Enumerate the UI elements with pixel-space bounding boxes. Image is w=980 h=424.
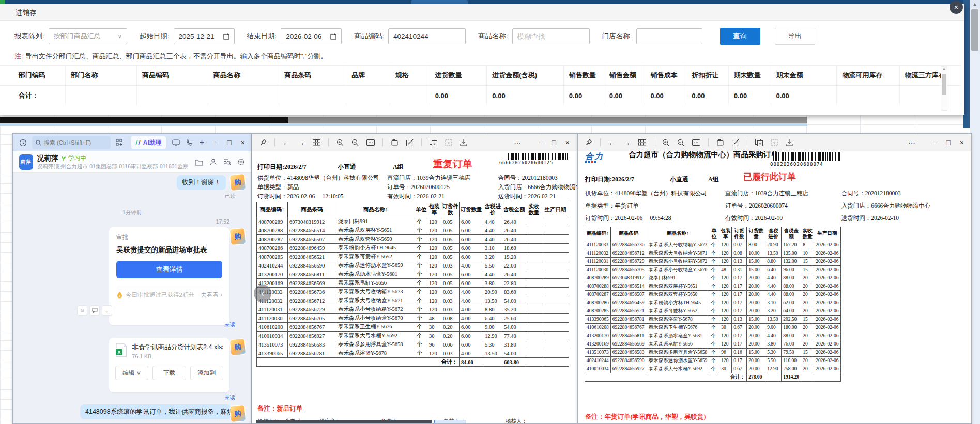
rotate-icon[interactable] <box>391 139 399 146</box>
table-cell: 31.80 <box>502 340 526 349</box>
maximize-button[interactable]: □ <box>552 138 556 147</box>
minimize-button[interactable]: − <box>538 138 542 147</box>
total-cell <box>814 373 840 381</box>
chat-search-input[interactable] <box>44 139 106 146</box>
phone-icon[interactable] <box>186 139 193 146</box>
order-no: 订单号：2026020600125 <box>387 183 497 191</box>
product-code-input[interactable] <box>393 33 461 40</box>
zoom-in-icon[interactable] <box>336 139 344 146</box>
total-cell: 0.00 <box>645 86 686 106</box>
export-button[interactable]: 导出 <box>775 28 815 45</box>
message-bubble: 收到！谢谢！ <box>177 175 226 190</box>
back-icon[interactable]: ← <box>608 138 616 147</box>
file-card[interactable]: X 非食学讯商品分货计划表2.4.xlsx 76.1 KB 编辑 ∨ 下载 添加… <box>109 338 229 392</box>
fit-width-icon[interactable] <box>692 139 700 146</box>
sender-sticker-avatar[interactable]: 购 <box>229 228 247 245</box>
table-cell <box>542 288 569 296</box>
ocr-select-icon[interactable]: x <box>445 139 452 146</box>
end-date-input[interactable]: 2026-02-06 <box>281 28 342 44</box>
convert-sheet-icon[interactable]: x <box>430 139 437 146</box>
chat-search-box[interactable] <box>32 136 111 149</box>
close-button[interactable]: × <box>565 138 570 147</box>
total-cell: 0.00 <box>686 86 729 106</box>
reply-icon[interactable] <box>89 305 100 316</box>
thumbnails-icon[interactable] <box>638 139 646 146</box>
table-cell: 0.05 <box>441 253 460 261</box>
store-name-field[interactable] <box>636 28 702 44</box>
table-cell: 9.00 <box>765 323 782 332</box>
profile-icon[interactable] <box>209 158 217 166</box>
folder-icon[interactable] <box>195 159 203 166</box>
table-cell: 20.00 <box>747 365 765 373</box>
product-name-input[interactable] <box>517 33 585 40</box>
edit-icon[interactable] <box>406 139 414 146</box>
table-cell: 18.60 <box>502 244 526 253</box>
table-cell: 20.90 <box>765 241 782 249</box>
pin-icon[interactable] <box>259 139 267 146</box>
more-menu-icon[interactable]: ⋯ <box>514 138 521 147</box>
minimize-button[interactable]: − <box>213 138 218 147</box>
report-display-select[interactable]: 按部门商品汇总 ∨ <box>49 28 127 44</box>
maximize-button[interactable]: □ <box>227 138 231 147</box>
back-icon[interactable]: ← <box>283 138 290 147</box>
table-cell: 120 <box>719 299 732 307</box>
table-cell: 4.00 <box>460 261 483 270</box>
table-cell: 个 <box>709 249 719 257</box>
more-menu-icon[interactable]: ⋯ <box>908 138 915 147</box>
screenshare-icon[interactable] <box>172 139 180 146</box>
table-cell: 0.08 <box>732 249 747 257</box>
product-name-field[interactable] <box>512 28 590 44</box>
start-date-input[interactable]: 2025-12-21 <box>174 28 235 44</box>
table-row: 4100100346922884656927泰禾森系大号水桶Y-5692个300… <box>257 332 569 340</box>
table-cell: 202.50 <box>782 315 801 323</box>
query-button[interactable]: 查询 <box>720 28 760 45</box>
table-scroll-up-icon[interactable]: ▲ <box>941 67 947 70</box>
convert-sheet-icon[interactable]: x <box>755 139 763 146</box>
chat-history-search-icon[interactable] <box>223 158 231 166</box>
history-icon[interactable] <box>19 139 27 147</box>
minimize-button[interactable]: − <box>932 138 937 147</box>
workbench-icon[interactable] <box>116 139 123 146</box>
close-button[interactable]: × <box>960 138 964 147</box>
sender-sticker-avatar[interactable]: 购 <box>229 174 247 191</box>
file-edit-button[interactable]: 编辑 ∨ <box>115 366 148 380</box>
emoji-react-icon[interactable]: ☺ <box>77 305 87 316</box>
table-cell: 25.60 <box>502 314 526 323</box>
table-cell: 泰禾森系大号收纳箱Y-5673 <box>647 241 709 249</box>
rotate-icon[interactable] <box>716 139 724 146</box>
pin-icon[interactable] <box>585 139 592 146</box>
forward-icon[interactable]: → <box>623 138 631 147</box>
add-icon[interactable]: + <box>200 138 204 147</box>
ocr-select-icon[interactable]: x <box>771 139 778 146</box>
store-name-input[interactable] <box>641 33 697 40</box>
prev-page-button[interactable]: ‹ <box>254 285 271 302</box>
more-actions-icon[interactable]: … <box>102 305 112 316</box>
zoom-out-icon[interactable] <box>677 139 684 146</box>
column-header: 商品编码 <box>137 66 208 86</box>
edit-icon[interactable] <box>732 139 739 146</box>
forward-icon[interactable]: → <box>298 138 305 147</box>
avatar[interactable]: 莉萍 <box>19 154 33 170</box>
fit-width-icon[interactable] <box>366 139 375 146</box>
file-add-to-button[interactable]: 添加到 <box>190 366 223 380</box>
ai-assistant-button[interactable]: AI助理 <box>131 136 166 149</box>
zoom-in-icon[interactable] <box>662 139 669 146</box>
view-details-button[interactable]: 查看详情 <box>116 261 222 278</box>
page-scrollbar-thumb[interactable] <box>971 9 978 51</box>
zoom-out-icon[interactable] <box>351 139 359 146</box>
download-icon[interactable] <box>460 139 467 146</box>
sender-sticker-avatar[interactable]: 购 <box>229 338 247 356</box>
close-button[interactable]: × <box>241 138 245 147</box>
modal-close-button[interactable]: × <box>950 1 963 14</box>
product-code-field[interactable] <box>388 28 466 44</box>
download-icon[interactable] <box>786 139 793 146</box>
maximize-button[interactable]: □ <box>946 138 950 147</box>
scrollbar-up-icon[interactable]: ▲ <box>970 0 980 8</box>
points-more-link[interactable]: 去看看 › <box>201 291 222 299</box>
table-scrollbar-thumb[interactable] <box>942 74 946 95</box>
sender-sticker-avatar[interactable]: 购 <box>229 405 247 422</box>
file-download-button[interactable]: 下载 <box>152 366 186 380</box>
gear-icon[interactable] <box>237 158 245 166</box>
table-row: 4135100736922884656583泰禾森系多用浮具盒Y-5658个96… <box>585 348 841 356</box>
thumbnails-icon[interactable] <box>313 139 320 146</box>
